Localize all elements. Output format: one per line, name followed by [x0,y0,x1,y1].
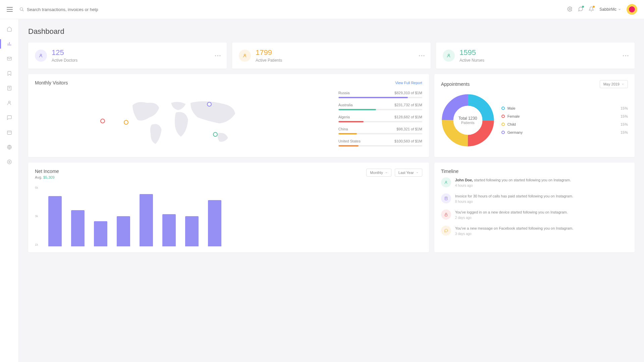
country-name: Australia [338,103,353,107]
legend-label: Germany [507,130,523,134]
legend-row: Child15% [501,122,628,126]
svg-point-2 [569,8,571,10]
svg-point-15 [9,161,10,163]
avatar[interactable] [627,4,637,15]
progress-fill [338,133,357,134]
bar [208,200,221,246]
sidebar-item-analytics[interactable] [0,37,19,51]
stat-nurses-label: Active Nurses [460,58,484,63]
timeline-list: John Doe, started following you on start… [441,177,628,236]
svg-rect-11 [7,131,11,134]
appointments-period-select[interactable]: May 2019 [600,80,628,88]
stat-menu-icon[interactable]: ••• [215,53,221,58]
svg-rect-28 [445,215,447,216]
net-income-year-select[interactable]: Last Year [395,169,422,177]
timeline-time: 8 hours ago [455,200,573,203]
stat-patients: 1799 Active Patients ••• [232,43,431,69]
country-row: United States$100,583 of $1M [338,139,422,146]
page-title: Dashboard [28,27,635,36]
legend-label: Female [507,114,520,118]
bar-chart: 5k3k1k [35,186,422,246]
sidebar-item-users[interactable] [0,96,19,110]
timeline-card: Timeline John Doe, started following you… [434,163,635,252]
bar [71,210,85,246]
map-marker [100,119,105,123]
username-label: SabbirMc [599,7,616,12]
legend-row: Germany15% [501,130,628,134]
legend-row: Male15% [501,106,628,110]
timeline-item: You've logged in on a new device started… [441,209,628,220]
stat-doctors: 125 Active Doctors ••• [28,43,227,69]
chevron-down-icon [416,171,419,174]
timeline-item: You've a new message on Facebook started… [441,226,628,236]
monthly-visitors-card: Monthly Visitors View Full Report [28,74,429,157]
timeline-time: 3 days ago [455,232,574,236]
visitors-title: Monthly Visitors [35,80,68,85]
timeline-item: John Doe, started following you on start… [441,177,628,187]
sidebar-item-inbox[interactable] [0,51,19,66]
user-menu[interactable]: SabbirMc [599,7,621,12]
timeline-text: Invoice for 30 hours of calls has paid s… [455,193,573,199]
sidebar [0,19,19,362]
donut-total: Total 1230 [459,116,477,121]
search-wrap [19,7,567,12]
legend-pct: 15% [621,114,628,118]
settings-icon[interactable] [567,6,573,13]
bar [117,216,130,246]
stat-menu-icon[interactable]: ••• [419,53,425,58]
timeline-text: You've logged in on a new device started… [455,209,568,215]
appointments-card: Appointments May 2019 To [434,74,635,157]
menu-toggle[interactable] [7,7,13,12]
country-row: Australia$231,732 of $1M [338,103,422,110]
legend-row: Female15% [501,114,628,118]
sidebar-item-bookmark[interactable] [0,66,19,81]
timeline-icon [441,209,451,220]
chevron-down-icon [622,83,624,85]
timeline-time: 2 days ago [455,216,568,220]
sidebar-item-calendar[interactable] [0,125,19,140]
country-row: China$98,321 of $1M [338,127,422,134]
donut-legend: Male15%Female15%Child15%Germany15% [501,106,628,134]
svg-point-16 [7,160,11,164]
donut-chart: Total 1230 Patients [441,94,495,147]
timeline-icon [441,177,451,187]
world-map [35,91,332,151]
country-name: Russia [338,91,350,95]
country-value: $829,310 of $1M [394,91,422,95]
sidebar-item-chat[interactable] [0,110,19,125]
stat-nurses-value: 1595 [460,49,484,57]
sidebar-item-home[interactable] [0,22,19,37]
net-income-period-select[interactable]: Monthly [366,169,391,177]
net-income-card: Net Income Avg. $5,309 Monthly Last Year… [28,163,429,252]
sidebar-item-files[interactable] [0,81,19,96]
country-name: China [338,127,348,131]
legend-pct: 15% [621,130,628,134]
bar [94,221,107,246]
legend-dot [501,123,505,126]
appointments-title: Appointments [441,81,470,87]
svg-line-1 [22,10,24,11]
country-value: $231,732 of $1M [394,103,422,107]
progress-track [338,145,422,146]
map-marker [124,120,128,125]
bell-icon[interactable] [589,6,594,13]
svg-point-10 [8,101,10,103]
svg-point-0 [20,8,23,10]
view-full-report-link[interactable]: View Full Report [395,81,422,85]
country-row: Algeria$128,682 of $1M [338,115,422,122]
map-marker [213,132,218,137]
sidebar-item-globe[interactable] [0,140,19,155]
legend-dot [501,131,505,134]
chevron-down-icon [618,8,621,11]
stat-patients-value: 1799 [256,49,282,57]
stat-menu-icon[interactable]: ••• [623,53,629,58]
progress-track [338,97,422,98]
search-input[interactable] [27,7,567,12]
sidebar-item-settings[interactable] [0,155,19,169]
timeline-icon [441,226,451,236]
country-name: United States [338,139,361,143]
legend-pct: 15% [621,122,628,126]
svg-point-17 [40,54,42,56]
chat-icon[interactable] [578,6,583,13]
patient-icon [239,50,251,62]
